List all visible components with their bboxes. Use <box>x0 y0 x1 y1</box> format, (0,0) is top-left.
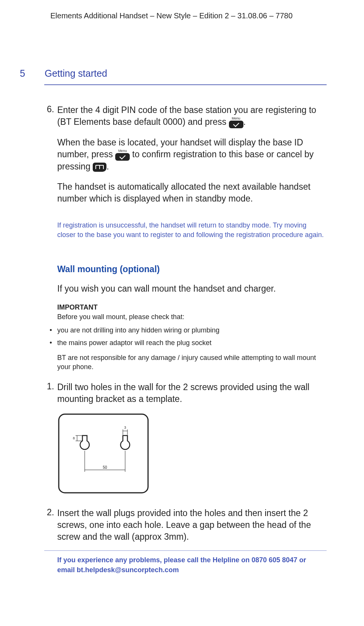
step-1-text: Drill two holes in the wall for the 2 sc… <box>57 381 327 405</box>
bullet-item: • the mains power adaptor will reach the… <box>50 339 327 347</box>
step-6: 6. Enter the 4 digit PIN code of the bas… <box>44 104 327 213</box>
diagram-lip-label: 3 <box>124 426 126 429</box>
wall-mounting-heading: Wall mounting (optional) <box>57 264 327 274</box>
page-number: 5 <box>20 68 45 79</box>
document-header: Elements Additional Handset – New Style … <box>50 11 327 20</box>
registration-note: If registration is unsuccessful, the han… <box>57 221 327 240</box>
section-title: Getting started <box>45 68 107 79</box>
footer-divider <box>44 550 327 551</box>
wall-mounting-intro: If you wish you can wall mount the hands… <box>57 283 327 295</box>
text: Enter the 4 digit PIN code of the base s… <box>57 105 316 127</box>
bullet-dot-icon: • <box>50 326 57 334</box>
diagram-height-label: 8 <box>73 436 75 440</box>
step-number: 2. <box>44 507 57 543</box>
diagram-width-label: 50 <box>103 465 107 470</box>
step-number: 1. <box>44 381 57 405</box>
menu-icon-label: Menu <box>115 149 130 153</box>
step-6-para-3: The handset is automatically allocated t… <box>57 181 327 205</box>
bullet-item: • you are not drilling into any hidden w… <box>50 326 327 334</box>
menu-check-icon: Menu <box>115 149 130 161</box>
important-bullets: • you are not drilling into any hidden w… <box>50 326 327 347</box>
text: . <box>106 161 109 171</box>
divider <box>44 84 327 85</box>
important-title: IMPORTANT <box>57 303 327 311</box>
bullet-dot-icon: • <box>50 339 57 347</box>
step-2: 2. Insert the wall plugs provided into t… <box>44 507 327 543</box>
bullet-text: the mains power adaptor will reach the p… <box>57 339 211 347</box>
step-number: 6. <box>44 104 57 213</box>
helpline-footer: If you experience any problems, please c… <box>57 555 327 574</box>
bullet-text: you are not drilling into any hidden wir… <box>57 326 219 334</box>
step-6-para-2: When the base is located, your handset w… <box>57 137 327 173</box>
menu-icon-label: Menu <box>229 117 243 120</box>
disclaimer: BT are not responsible for any damage / … <box>57 353 327 372</box>
important-line: Before you wall mount, please check that… <box>57 313 327 321</box>
text: . <box>243 117 246 127</box>
step-2-text: Insert the wall plugs provided into the … <box>57 507 327 543</box>
section-header-row: 5 Getting started <box>20 68 327 79</box>
step-6-para-1: Enter the 4 digit PIN code of the base s… <box>57 104 327 128</box>
menu-check-icon: Menu <box>229 117 243 128</box>
step-1: 1. Drill two holes in the wall for the 2… <box>44 381 327 405</box>
svg-rect-0 <box>59 414 148 493</box>
wall-mount-diagram: 50 8 3 <box>57 413 327 496</box>
phonebook-icon <box>93 163 106 172</box>
